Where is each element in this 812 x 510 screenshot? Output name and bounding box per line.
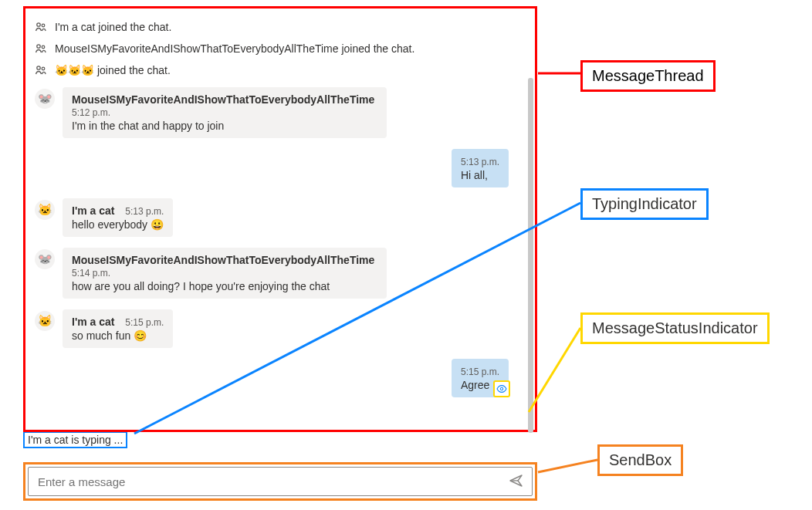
svg-point-5 (42, 67, 45, 70)
send-button[interactable] (509, 473, 524, 491)
timestamp: 5:13 p.m. (125, 206, 164, 217)
sender-name: I'm a cat (72, 316, 114, 328)
timestamp: 5:14 p.m. (72, 268, 110, 279)
svg-line-11 (538, 460, 597, 472)
message-bubble[interactable]: MouseISMyFavoriteAndIShowThatToEverybody… (63, 248, 387, 299)
system-event-text: MouseISMyFavoriteAndIShowThatToEverybody… (55, 42, 414, 55)
sender-name: I'm a cat (72, 204, 114, 217)
timestamp: 5:13 p.m. (461, 157, 499, 167)
svg-point-2 (37, 45, 40, 48)
message-status-indicator (493, 380, 510, 397)
svg-point-1 (42, 24, 45, 27)
message-row: 🐱 I'm a cat 5:13 p.m. hello everybody 😀 (35, 198, 529, 237)
message-thread: I'm a cat joined the chat. MouseISMyFavo… (23, 6, 537, 432)
callout-typing-indicator: TypingIndicator (580, 188, 709, 220)
send-icon (509, 473, 524, 491)
timestamp: 5:15 p.m. (125, 317, 164, 328)
message-bubble[interactable]: I'm a cat 5:15 p.m. so much fun 😊 (63, 309, 173, 348)
system-event: I'm a cat joined the chat. (35, 21, 529, 33)
message-text: I'm in the chat and happy to join (72, 120, 377, 132)
scrollbar[interactable] (528, 78, 533, 433)
svg-point-3 (42, 46, 45, 49)
people-icon (35, 64, 47, 76)
people-icon (35, 42, 47, 55)
message-row: 🐱 I'm a cat 5:15 p.m. so much fun 😊 (35, 309, 529, 348)
sender-name: MouseISMyFavoriteAndIShowThatToEverybody… (72, 254, 374, 266)
avatar: 🐭 (35, 89, 55, 109)
message-text: Hi all, (461, 169, 499, 181)
svg-point-6 (500, 387, 503, 390)
avatar: 🐱 (35, 200, 55, 220)
message-row: 🐭 MouseISMyFavoriteAndIShowThatToEverybo… (35, 248, 529, 299)
message-text: hello everybody 😀 (72, 218, 164, 231)
svg-point-0 (37, 23, 40, 26)
timestamp: 5:12 p.m. (72, 107, 110, 118)
avatar: 🐱 (35, 311, 55, 331)
message-row: 5:15 p.m. Agree :) (35, 359, 509, 397)
callout-send-box: SendBox (597, 444, 683, 476)
message-bubble[interactable]: 5:13 p.m. Hi all, (452, 149, 509, 187)
message-row: 🐭 MouseISMyFavoriteAndIShowThatToEverybo… (35, 87, 529, 138)
message-input[interactable] (36, 475, 509, 489)
timestamp: 5:15 p.m. (461, 366, 499, 377)
people-icon (35, 21, 47, 33)
callout-status-indicator: MessageStatusIndicator (580, 312, 770, 344)
avatar: 🐭 (35, 249, 55, 269)
system-event-text: 🐱🐱🐱 joined the chat. (55, 64, 171, 76)
message-text: so much fun 😊 (72, 329, 164, 342)
system-event-text: I'm a cat joined the chat. (55, 21, 171, 33)
typing-indicator: I'm a cat is typing ... (23, 431, 127, 448)
system-event: 🐱🐱🐱 joined the chat. (35, 64, 529, 76)
system-event: MouseISMyFavoriteAndIShowThatToEverybody… (35, 42, 529, 55)
seen-icon (496, 383, 507, 394)
message-text: how are you all doing? I hope you're enj… (72, 280, 377, 292)
callout-message-thread: MessageThread (580, 60, 716, 92)
message-row: 5:13 p.m. Hi all, (35, 149, 509, 187)
send-box (23, 462, 537, 501)
sender-name: MouseISMyFavoriteAndIShowThatToEverybody… (72, 93, 374, 106)
svg-point-4 (37, 66, 40, 69)
message-bubble[interactable]: I'm a cat 5:13 p.m. hello everybody 😀 (63, 198, 173, 237)
message-bubble[interactable]: MouseISMyFavoriteAndIShowThatToEverybody… (63, 87, 387, 138)
